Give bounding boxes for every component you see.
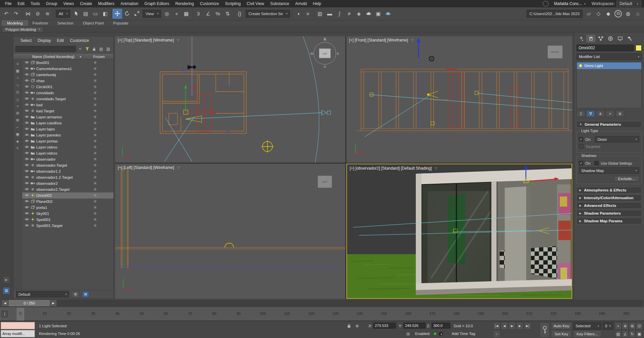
list-item-layer-armarios[interactable]: Layer:armarios [22,114,113,120]
rendered-frame-window-icon[interactable]: ▣ [374,9,383,19]
time-configuration-button[interactable]: ○ [493,330,500,338]
menu-rendering[interactable]: Rendering [172,0,197,7]
compass-s[interactable]: S [324,65,326,68]
list-item-spot001[interactable]: Spot001 [22,217,113,223]
column-frozen[interactable]: Frozen [93,55,105,59]
frozen-toggle-icon[interactable] [93,79,97,83]
viewport-filter-icon[interactable]: ▽ [177,39,180,42]
selection-lock-icon[interactable] [346,323,352,329]
list-item-observador2-target[interactable]: observador2.Target [22,186,113,192]
spinner-snap-icon[interactable]: ⇅ [223,9,233,19]
list-item-observador1-2-target[interactable]: observador1.2.Target [22,174,113,180]
list-item-observador2[interactable]: observador2 [22,180,113,186]
user-avatar-icon[interactable] [543,1,549,6]
bind-to-space-warp-icon[interactable]: ≋ [43,9,52,19]
viewport-filter-icon[interactable]: ▽ [177,166,180,170]
panel-tab-modify[interactable] [586,35,595,42]
frozen-toggle-icon[interactable] [93,169,97,174]
view-compass[interactable]: TOP N E S W [310,38,339,68]
undo-icon[interactable]: ↶ [1,9,11,19]
panel-tab-display[interactable] [615,35,625,42]
pin-stack-button[interactable]: ↧ [577,110,585,117]
scene-converter-icon[interactable]: ◆ [603,9,613,19]
menu-substance[interactable]: Substance [267,0,292,7]
explorer-layers-button[interactable]: ≣ [72,291,79,298]
display-groups-icon[interactable]: ⊞ [14,110,21,116]
orbit-button[interactable]: ↻ [629,330,636,338]
frame-number-spinner[interactable]: 0 ⇅ [603,322,613,330]
explorer-menu-display[interactable]: Display [35,37,54,44]
x-coordinate-field[interactable] [373,323,396,329]
frozen-toggle-icon[interactable] [93,181,97,186]
frozen-toggle-icon[interactable] [93,103,97,107]
mirror-icon[interactable]: ◑ [293,9,303,19]
compass-e[interactable]: E [337,52,339,55]
compass-center[interactable]: TOP [323,53,328,55]
frozen-toggle-icon[interactable] [93,139,97,144]
column-chooser-icon[interactable]: ▥ [105,46,111,52]
snap-toggle-3d-icon[interactable]: 3 [194,9,203,19]
frozen-toggle-icon[interactable] [93,97,97,101]
explorer-column-header[interactable]: Name (Sorted Ascending) ▲ Frozen [13,53,113,60]
visibility-eye-icon[interactable] [24,218,29,222]
target-light-icon[interactable] [321,110,331,115]
display-spacewarps-icon[interactable]: ≈ [14,103,21,109]
object-color-swatch[interactable] [636,45,642,51]
viewcube-face-label[interactable]: FRONT [551,51,559,53]
viewport-perspective[interactable]: [+] [observador2] [Standard] [Default Sh… [346,164,572,299]
frozen-toggle-icon[interactable] [93,91,97,95]
visibility-eye-icon[interactable] [24,200,29,204]
list-item-layer-lajes[interactable]: Layer:lajes [22,126,113,132]
visibility-eye-icon[interactable] [24,85,29,89]
render-shaded-icon[interactable]: ◍ [623,9,633,19]
viewport-filter-icon[interactable]: ▽ [411,39,414,42]
list-item-camcminhocamera1[interactable]: Camcminhocamera1 [22,66,113,72]
zoom-extents-button[interactable]: ⊡ [636,322,643,330]
visibility-eye-icon[interactable] [24,61,29,65]
visibility-eye-icon[interactable] [24,97,29,101]
select-and-link-icon[interactable]: ⋈ [23,9,33,19]
frozen-toggle-icon[interactable] [93,157,97,162]
list-item-omni002[interactable]: Omni002 [22,192,113,199]
next-frame-arrow[interactable]: ▶ [50,300,56,306]
viewport-filter-icon[interactable]: ▽ [435,167,438,170]
pick-mode-icon[interactable]: ↖ [14,145,21,152]
list-view-icon[interactable]: ▤ [98,46,104,52]
visibility-eye-icon[interactable] [24,103,29,107]
rollout-advanced-effects[interactable]: ▶Advanced Effects [577,202,642,209]
select-by-name-icon[interactable]: ▤ [81,9,91,19]
select-and-scale-icon[interactable] [132,9,142,19]
layer-explorer-icon[interactable]: ▥ [315,9,325,19]
redo-icon[interactable]: ↷ [11,9,21,19]
zoom-all-button[interactable]: ⊞ [629,322,636,330]
field-of-view-button[interactable]: ∠ [622,330,629,338]
list-item-convidado[interactable]: convidado [22,90,113,96]
frozen-toggle-icon[interactable] [93,163,97,168]
viewport-persp-label[interactable]: [+] [observador2] [Standard] [Default Sh… [350,166,432,171]
previous-frame-button[interactable]: ◀ [501,322,508,330]
edit-named-selections-icon[interactable]: {} [235,9,245,19]
light-cone[interactable] [427,91,438,98]
filter-funnel-icon[interactable] [84,46,90,52]
persp-viewport-canvas[interactable] [347,164,572,298]
percent-snap-icon[interactable]: % [213,9,223,19]
visibility-eye-icon[interactable] [24,127,29,131]
material-library-icon[interactable]: ◇ [594,9,603,19]
frozen-toggle-icon[interactable] [93,212,97,216]
frozen-toggle-icon[interactable] [93,121,97,125]
list-item-caminhoobj[interactable]: caminhoobj [22,72,113,78]
list-item-layer-vidros[interactable]: Layer:vidros [22,150,113,156]
select-object-icon[interactable] [71,9,81,19]
visibility-eye-icon[interactable] [24,109,29,113]
list-item-chao[interactable]: chao [22,78,113,84]
pan-view-button[interactable]: + [615,322,622,330]
frozen-toggle-icon[interactable] [93,133,97,137]
frozen-toggle-icon[interactable] [93,61,97,65]
show-end-result-button[interactable]: ∇ [586,110,595,117]
lock-explorer-icon[interactable] [91,46,97,52]
angle-snap-icon[interactable]: ∠ [203,9,213,19]
notification-icon[interactable] [439,332,443,336]
viewport-top-label[interactable]: [+] [Top] [Standard] [Wireframe] [118,38,174,43]
visibility-eye-icon[interactable] [24,157,29,161]
select-and-manipulate-icon[interactable]: + [172,9,182,19]
